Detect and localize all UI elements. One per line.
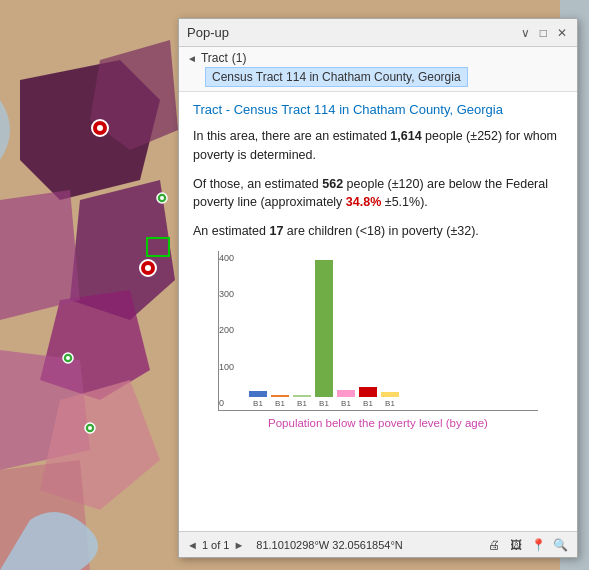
svg-point-2 (97, 125, 103, 131)
tree-expand-icon[interactable]: ◄ (187, 53, 197, 64)
y-label-200: 200 (219, 325, 234, 335)
popup-tree: ◄ Tract (1) Census Tract 114 in Chatham … (179, 47, 577, 92)
bar-group-1: B1 (271, 395, 289, 408)
nav-text: 1 of 1 (202, 539, 230, 551)
bar-4 (337, 390, 355, 397)
bar-2 (293, 395, 311, 397)
paragraph-2: Of those, an estimated 562 people (±120)… (193, 175, 563, 213)
bar-3 (315, 260, 333, 397)
tree-child-container: Census Tract 114 in Chatham County, Geor… (205, 67, 569, 87)
bar-label-2: B1 (297, 399, 307, 408)
svg-point-8 (66, 356, 70, 360)
y-label-0: 0 (219, 398, 234, 408)
tree-parent-count: (1) (232, 51, 247, 65)
y-label-100: 100 (219, 362, 234, 372)
bar-group-5: B1 (359, 387, 377, 408)
popup-heading: Tract - Census Tract 114 in Chatham Coun… (193, 102, 563, 117)
restore-button[interactable]: □ (538, 27, 549, 39)
status-nav: ◄ 1 of 1 ► 81.1010298°W 32.0561854°N (187, 539, 403, 551)
paragraph-1: In this area, there are an estimated 1,6… (193, 127, 563, 165)
status-icons-container: 🖨 🖼 📍 🔍 (485, 536, 569, 554)
popup-title: Pop-up (187, 25, 229, 40)
popup-window: Pop-up ∨ □ ✕ ◄ Tract (1) Census Tract 11… (178, 18, 578, 558)
chart-caption: Population below the poverty level (by a… (218, 417, 538, 429)
p2-prefix: Of those, an estimated (193, 177, 322, 191)
next-button[interactable]: ► (233, 539, 244, 551)
chart-container: 0 100 200 300 400 B1B1B1B1B1B1B1 (218, 251, 538, 411)
bar-5 (359, 387, 377, 397)
minimize-button[interactable]: ∨ (519, 27, 532, 39)
popup-controls: ∨ □ ✕ (519, 27, 569, 39)
p2-bold-value: 562 (322, 177, 343, 191)
tree-child-item[interactable]: Census Tract 114 in Chatham County, Geor… (205, 67, 468, 87)
tree-parent-row: ◄ Tract (1) (187, 51, 569, 65)
y-label-300: 300 (219, 289, 234, 299)
popup-titlebar: Pop-up ∨ □ ✕ (179, 19, 577, 47)
prev-button[interactable]: ◄ (187, 539, 198, 551)
bar-label-5: B1 (363, 399, 373, 408)
svg-point-6 (160, 196, 164, 200)
bar-group-0: B1 (249, 391, 267, 408)
bar-label-1: B1 (275, 399, 285, 408)
bar-label-3: B1 (319, 399, 329, 408)
p3-bold-value: 17 (269, 224, 283, 238)
p3-prefix: An estimated (193, 224, 269, 238)
bar-1 (271, 395, 289, 397)
chart-bars: B1B1B1B1B1B1B1 (249, 251, 399, 410)
svg-point-10 (88, 426, 92, 430)
p1-prefix: In this area, there are an estimated (193, 129, 390, 143)
bar-label-0: B1 (253, 399, 263, 408)
p1-bold-value: 1,614 (390, 129, 421, 143)
tree-parent-label: Tract (201, 51, 228, 65)
bar-group-6: B1 (381, 392, 399, 408)
bar-group-4: B1 (337, 390, 355, 408)
popup-body: Tract - Census Tract 114 in Chatham Coun… (179, 92, 577, 531)
popup-statusbar: ◄ 1 of 1 ► 81.1010298°W 32.0561854°N 🖨 🖼… (179, 531, 577, 557)
close-button[interactable]: ✕ (555, 27, 569, 39)
print-icon[interactable]: 🖨 (485, 536, 503, 554)
chart-y-labels: 0 100 200 300 400 (219, 251, 234, 410)
p3-suffix: are children (<18) in poverty (±32). (283, 224, 479, 238)
paragraph-3: An estimated 17 are children (<18) in po… (193, 222, 563, 241)
search-icon[interactable]: 🔍 (551, 536, 569, 554)
bar-group-2: B1 (293, 395, 311, 408)
chart-area: 0 100 200 300 400 B1B1B1B1B1B1B1 Populat… (218, 251, 538, 429)
bar-group-3: B1 (315, 260, 333, 408)
location-icon[interactable]: 📍 (529, 536, 547, 554)
bar-0 (249, 391, 267, 397)
bar-6 (381, 392, 399, 397)
bar-label-4: B1 (341, 399, 351, 408)
bar-label-6: B1 (385, 399, 395, 408)
p2-suffix: ±5.1%). (381, 195, 427, 209)
coordinates-text: 81.1010298°W 32.0561854°N (256, 539, 402, 551)
y-label-400: 400 (219, 253, 234, 263)
svg-point-4 (145, 265, 151, 271)
p2-red-value: 34.8% (346, 195, 381, 209)
export-icon[interactable]: 🖼 (507, 536, 525, 554)
